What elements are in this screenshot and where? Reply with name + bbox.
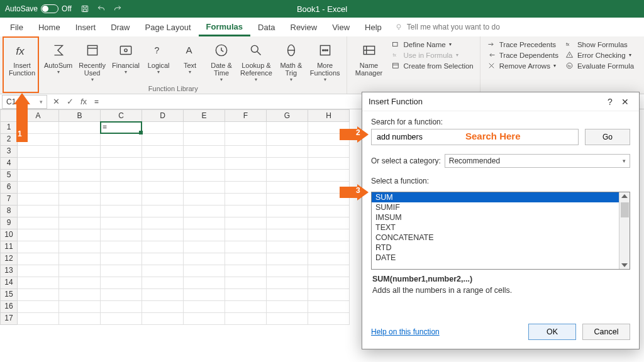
function-item[interactable]: RTD bbox=[372, 243, 619, 253]
cell[interactable] bbox=[142, 265, 184, 277]
row-header[interactable]: 12 bbox=[0, 253, 18, 265]
cell[interactable] bbox=[267, 277, 308, 289]
cell[interactable] bbox=[184, 158, 225, 170]
cell[interactable] bbox=[101, 146, 142, 158]
cell[interactable] bbox=[184, 253, 225, 265]
menu-page-layout[interactable]: Page Layout bbox=[138, 19, 199, 35]
cell[interactable] bbox=[142, 217, 184, 229]
row-header[interactable]: 9 bbox=[0, 217, 18, 229]
autosave-toggle[interactable]: AutoSave Off bbox=[0, 4, 77, 13]
cell[interactable] bbox=[101, 265, 142, 277]
row-header[interactable]: 2 bbox=[0, 134, 18, 146]
cell[interactable] bbox=[308, 241, 350, 253]
cell[interactable] bbox=[308, 170, 350, 182]
cell[interactable] bbox=[225, 313, 267, 325]
date-time-button[interactable]: Date & Time▾ bbox=[206, 38, 236, 85]
row-header[interactable]: 17 bbox=[0, 313, 18, 325]
cell[interactable] bbox=[308, 122, 350, 134]
function-item[interactable]: DATE bbox=[372, 253, 619, 263]
cell[interactable] bbox=[184, 289, 225, 301]
autosum-button[interactable]: AutoSum▾ bbox=[42, 38, 75, 85]
cell[interactable] bbox=[101, 289, 142, 301]
function-item[interactable]: SUM bbox=[372, 192, 619, 202]
cell[interactable] bbox=[18, 122, 59, 134]
save-icon[interactable] bbox=[79, 3, 91, 14]
go-button[interactable]: Go bbox=[585, 129, 630, 145]
recently-used-button[interactable]: Recently Used▾ bbox=[76, 38, 108, 85]
cell[interactable] bbox=[142, 301, 184, 313]
cell[interactable] bbox=[59, 206, 101, 217]
name-manager-button[interactable]: Name Manager bbox=[351, 38, 387, 85]
logical-button[interactable]: ? Logical▾ bbox=[143, 38, 174, 85]
cell[interactable] bbox=[308, 277, 350, 289]
cell[interactable] bbox=[142, 158, 184, 170]
cell[interactable] bbox=[59, 182, 101, 194]
col-header[interactable]: D bbox=[142, 109, 184, 122]
cell[interactable] bbox=[142, 146, 184, 158]
cell[interactable] bbox=[225, 146, 267, 158]
cell[interactable] bbox=[267, 134, 308, 146]
cell[interactable] bbox=[101, 313, 142, 325]
cell[interactable] bbox=[18, 134, 59, 146]
redo-icon[interactable] bbox=[112, 3, 123, 14]
row-header[interactable]: 4 bbox=[0, 158, 18, 170]
cell[interactable] bbox=[101, 241, 142, 253]
col-header[interactable]: B bbox=[59, 109, 101, 122]
cell[interactable] bbox=[308, 134, 350, 146]
menu-help[interactable]: Help bbox=[357, 19, 389, 35]
help-link[interactable]: Help on this function bbox=[371, 327, 440, 336]
cell[interactable] bbox=[308, 265, 350, 277]
cell[interactable] bbox=[18, 194, 59, 206]
cell[interactable] bbox=[225, 134, 267, 146]
cell[interactable] bbox=[225, 122, 267, 134]
menu-insert[interactable]: Insert bbox=[68, 19, 104, 35]
name-box[interactable]: C1▾ bbox=[2, 95, 47, 109]
cell[interactable] bbox=[308, 206, 350, 217]
col-header[interactable]: C bbox=[101, 109, 142, 122]
undo-icon[interactable] bbox=[96, 3, 107, 14]
cell[interactable] bbox=[267, 158, 308, 170]
cell[interactable] bbox=[225, 289, 267, 301]
row-header[interactable]: 14 bbox=[0, 277, 18, 289]
cell[interactable] bbox=[225, 206, 267, 217]
cell[interactable] bbox=[142, 182, 184, 194]
cell[interactable] bbox=[184, 277, 225, 289]
cell[interactable] bbox=[101, 301, 142, 313]
cell[interactable] bbox=[184, 265, 225, 277]
cell[interactable] bbox=[101, 277, 142, 289]
cell[interactable] bbox=[184, 170, 225, 182]
cell[interactable] bbox=[267, 289, 308, 301]
cell[interactable] bbox=[308, 146, 350, 158]
row-header[interactable]: 1 bbox=[0, 122, 18, 134]
cell[interactable] bbox=[267, 229, 308, 241]
cell[interactable] bbox=[59, 194, 101, 206]
category-select[interactable]: Recommended▾ bbox=[445, 154, 630, 168]
cell[interactable] bbox=[101, 170, 142, 182]
cell[interactable] bbox=[59, 301, 101, 313]
row-header[interactable]: 15 bbox=[0, 289, 18, 301]
menu-data[interactable]: Data bbox=[250, 19, 282, 35]
cell[interactable] bbox=[101, 229, 142, 241]
show-formulas-button[interactable]: fxShow Formulas bbox=[565, 40, 634, 49]
cell[interactable] bbox=[267, 253, 308, 265]
cell[interactable] bbox=[59, 134, 101, 146]
cancel-formula-icon[interactable]: ✕ bbox=[49, 95, 63, 109]
cell[interactable] bbox=[18, 170, 59, 182]
cell[interactable] bbox=[142, 134, 184, 146]
cell[interactable] bbox=[59, 289, 101, 301]
cell[interactable] bbox=[184, 217, 225, 229]
cell[interactable] bbox=[18, 277, 59, 289]
cell[interactable] bbox=[225, 253, 267, 265]
ok-button[interactable]: OK bbox=[528, 324, 576, 340]
cell[interactable] bbox=[184, 146, 225, 158]
cell[interactable] bbox=[18, 265, 59, 277]
tell-me-search[interactable]: Tell me what you want to do bbox=[394, 23, 500, 31]
cell[interactable] bbox=[101, 206, 142, 217]
cell[interactable] bbox=[225, 170, 267, 182]
function-item[interactable]: TEXT bbox=[372, 222, 619, 233]
cell[interactable] bbox=[142, 206, 184, 217]
cell[interactable] bbox=[184, 241, 225, 253]
cell[interactable] bbox=[59, 253, 101, 265]
col-header[interactable]: A bbox=[18, 109, 59, 122]
cell[interactable] bbox=[267, 265, 308, 277]
